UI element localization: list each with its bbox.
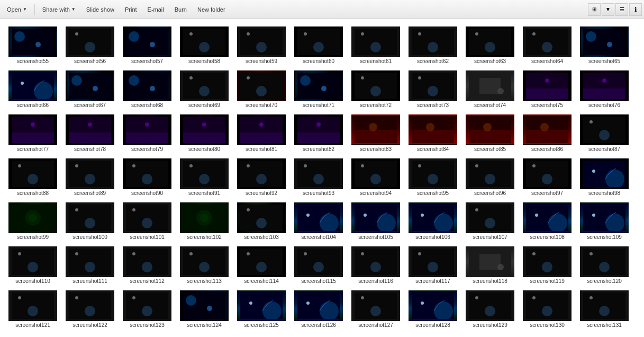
list-item[interactable]: screenshot69: [178, 70, 231, 108]
list-item[interactable]: screenshot111: [64, 246, 116, 284]
list-item[interactable]: screenshot87: [578, 114, 631, 152]
svg-rect-64: [583, 88, 625, 99]
list-item[interactable]: screenshot60: [292, 26, 345, 64]
layout-button[interactable]: ☰: [615, 3, 628, 16]
svg-rect-61: [526, 88, 568, 99]
info-button[interactable]: ℹ: [629, 3, 642, 16]
list-item[interactable]: screenshot126: [292, 290, 345, 328]
list-item[interactable]: screenshot74: [464, 70, 516, 108]
list-item[interactable]: screenshot116: [349, 246, 402, 284]
list-item[interactable]: screenshot77: [6, 114, 59, 152]
list-item[interactable]: screenshot118: [464, 246, 516, 284]
list-item[interactable]: screenshot80: [178, 114, 231, 152]
list-item[interactable]: screenshot98: [578, 158, 631, 196]
slideshow-button[interactable]: Slide show: [81, 2, 119, 17]
list-item[interactable]: screenshot106: [406, 202, 459, 240]
list-item[interactable]: screenshot79: [121, 114, 174, 152]
svg-point-41: [150, 86, 155, 91]
list-item[interactable]: screenshot67: [64, 70, 116, 108]
list-item[interactable]: screenshot84: [406, 114, 459, 152]
list-item[interactable]: screenshot92: [235, 158, 288, 196]
list-item[interactable]: screenshot63: [464, 26, 516, 64]
list-item[interactable]: screenshot113: [178, 246, 231, 284]
email-button[interactable]: E-mail: [143, 2, 169, 17]
list-item[interactable]: screenshot119: [521, 246, 574, 284]
list-item[interactable]: screenshot91: [178, 158, 231, 196]
list-item[interactable]: screenshot58: [178, 26, 231, 64]
list-item[interactable]: screenshot125: [235, 290, 288, 328]
list-item[interactable]: screenshot57: [121, 26, 174, 64]
list-item[interactable]: screenshot115: [292, 246, 345, 284]
list-item[interactable]: screenshot64: [521, 26, 574, 64]
list-item[interactable]: screenshot129: [464, 290, 516, 328]
list-item[interactable]: screenshot85: [464, 114, 516, 152]
thumbnail-grid[interactable]: screenshot55 screenshot56 screenshot57 s…: [0, 19, 644, 337]
list-item[interactable]: screenshot55: [6, 26, 59, 64]
view-toggle-button[interactable]: ⊞: [588, 3, 601, 16]
list-item[interactable]: screenshot101: [121, 202, 174, 240]
list-item[interactable]: screenshot108: [521, 202, 574, 240]
list-item[interactable]: screenshot68: [121, 70, 174, 108]
list-item[interactable]: screenshot114: [235, 246, 288, 284]
list-item[interactable]: screenshot109: [578, 202, 631, 240]
list-item[interactable]: screenshot72: [349, 70, 402, 108]
list-item[interactable]: screenshot120: [578, 246, 631, 284]
list-item[interactable]: screenshot95: [406, 158, 459, 196]
list-item[interactable]: screenshot105: [349, 202, 402, 240]
newfolder-button[interactable]: New folder: [193, 2, 230, 17]
list-item[interactable]: screenshot81: [235, 114, 288, 152]
list-item[interactable]: screenshot99: [6, 202, 59, 240]
list-item[interactable]: screenshot66: [6, 70, 59, 108]
list-item[interactable]: screenshot73: [406, 70, 459, 108]
list-item[interactable]: screenshot131: [578, 290, 631, 328]
list-item[interactable]: screenshot93: [292, 158, 345, 196]
svg-point-92: [483, 123, 492, 131]
list-item[interactable]: screenshot128: [406, 290, 459, 328]
list-item[interactable]: screenshot59: [235, 26, 288, 64]
thumbnail-image: [351, 70, 400, 101]
list-item[interactable]: screenshot78: [64, 114, 116, 152]
list-item[interactable]: screenshot90: [121, 158, 174, 196]
list-item[interactable]: screenshot70: [235, 70, 288, 108]
list-item[interactable]: screenshot102: [178, 202, 231, 240]
svg-point-184: [370, 262, 381, 272]
open-arrow-icon[interactable]: ▼: [23, 7, 27, 12]
list-item[interactable]: screenshot124: [178, 290, 231, 328]
list-item[interactable]: screenshot62: [406, 26, 459, 64]
list-item[interactable]: screenshot122: [64, 290, 116, 328]
list-item[interactable]: screenshot107: [464, 202, 516, 240]
list-item[interactable]: screenshot76: [578, 70, 631, 108]
list-item[interactable]: screenshot104: [292, 202, 345, 240]
share-button[interactable]: Share with ▼: [38, 2, 80, 17]
list-item[interactable]: screenshot75: [521, 70, 574, 108]
list-item[interactable]: screenshot121: [6, 290, 59, 328]
list-item[interactable]: screenshot56: [64, 26, 116, 64]
list-item[interactable]: screenshot123: [121, 290, 174, 328]
list-item[interactable]: screenshot82: [292, 114, 345, 152]
list-item[interactable]: screenshot112: [121, 246, 174, 284]
list-item[interactable]: screenshot71: [292, 70, 345, 108]
list-item[interactable]: screenshot100: [64, 202, 116, 240]
burn-button[interactable]: Burn: [170, 2, 192, 17]
list-item[interactable]: screenshot117: [406, 246, 459, 284]
open-button[interactable]: Open ▼: [2, 2, 32, 17]
list-item[interactable]: screenshot86: [521, 114, 574, 152]
thumbnail-image: [523, 158, 572, 189]
list-item[interactable]: screenshot130: [521, 290, 574, 328]
list-item[interactable]: screenshot61: [349, 26, 402, 64]
view-dropdown-button[interactable]: ▼: [602, 3, 614, 16]
list-item[interactable]: screenshot65: [578, 26, 631, 64]
list-item[interactable]: screenshot127: [349, 290, 402, 328]
print-button[interactable]: Print: [120, 2, 142, 17]
list-item[interactable]: screenshot97: [521, 158, 574, 196]
list-item[interactable]: screenshot83: [349, 114, 402, 152]
list-item[interactable]: screenshot94: [349, 158, 402, 196]
list-item[interactable]: screenshot110: [6, 246, 59, 284]
thumbnail-image: [580, 114, 629, 145]
share-arrow-icon[interactable]: ▼: [71, 7, 76, 12]
list-item[interactable]: screenshot88: [6, 158, 59, 196]
list-item[interactable]: screenshot103: [235, 202, 288, 240]
svg-rect-88: [412, 130, 454, 143]
list-item[interactable]: screenshot89: [64, 158, 116, 196]
list-item[interactable]: screenshot96: [464, 158, 516, 196]
